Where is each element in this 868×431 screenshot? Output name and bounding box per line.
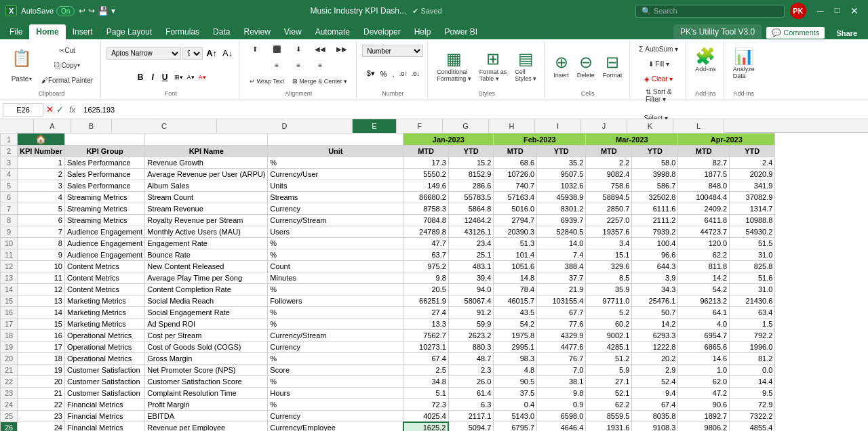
home-icon-cell[interactable]: 🏠	[18, 134, 65, 146]
cell[interactable]: 60.2	[586, 319, 632, 330]
cell[interactable]: Hours	[268, 388, 403, 399]
cell[interactable]: 4025.4	[403, 411, 449, 422]
addins-btn[interactable]: 🧩 Add-ins	[692, 45, 719, 75]
cell[interactable]: Cost of Goods Sold (COGS)	[145, 342, 268, 353]
row-num[interactable]: 18	[1, 330, 18, 342]
cell[interactable]: 44723.7	[678, 226, 730, 238]
formula-input[interactable]: 1625.193	[81, 106, 865, 114]
row-num[interactable]: 7	[1, 203, 18, 215]
border-button[interactable]: ⊞▾	[174, 74, 183, 81]
cell[interactable]: Financial Metrics	[64, 422, 144, 432]
cell[interactable]: 62.2	[586, 399, 632, 411]
cell[interactable]: 59.9	[448, 319, 494, 330]
cell[interactable]: 16	[18, 330, 65, 342]
cell[interactable]: 1222.8	[632, 342, 678, 353]
row-num[interactable]: 4	[1, 169, 18, 180]
cell[interactable]: 1314.7	[730, 203, 775, 215]
cell[interactable]: Customer Satisfaction	[64, 365, 144, 376]
cell[interactable]: 35.2	[537, 157, 586, 169]
cell[interactable]: 4	[18, 192, 65, 203]
cell[interactable]: Sales Performance	[64, 180, 144, 192]
redo-icon[interactable]: ↪	[88, 6, 95, 16]
cell[interactable]: 15	[18, 319, 65, 330]
autosum-btn[interactable]: Σ AutoSum ▾	[635, 42, 682, 56]
cell[interactable]: 54.2	[678, 284, 730, 295]
cell[interactable]: 12	[18, 284, 65, 295]
cell[interactable]: 64.1	[678, 307, 730, 319]
cell[interactable]: 811.8	[678, 261, 730, 272]
cell[interactable]: 5864.8	[448, 203, 494, 215]
merge-center-btn[interactable]: ⊠ Merge & Center ▾	[289, 75, 351, 88]
cell[interactable]: %	[268, 249, 403, 261]
cell[interactable]: 9108.3	[632, 422, 678, 432]
tab-data[interactable]: Data	[206, 24, 237, 39]
formula-enter-icon[interactable]: ✓	[56, 104, 64, 115]
cell[interactable]: 644.3	[632, 261, 678, 272]
cell[interactable]: 23	[18, 411, 65, 422]
row-num[interactable]: 6	[1, 192, 18, 203]
cell[interactable]: %	[268, 353, 403, 365]
cell[interactable]: Net Promoter Score (NPS)	[145, 365, 268, 376]
cell[interactable]: 4855.4	[730, 422, 775, 432]
cell[interactable]: Operational Metrics	[64, 342, 144, 353]
cell[interactable]: Marketing Metrics	[64, 319, 144, 330]
cell[interactable]: 3.4	[586, 238, 632, 249]
cell[interactable]: Currency/User	[268, 169, 403, 180]
maximize-btn[interactable]: □	[831, 5, 844, 16]
cell[interactable]: Content Metrics	[64, 272, 144, 284]
cell[interactable]: 10273.1	[403, 342, 449, 353]
cell-b1[interactable]	[64, 134, 144, 146]
cell[interactable]: 62.0	[678, 376, 730, 388]
percent-btn[interactable]: %	[378, 69, 389, 79]
align-right-btn[interactable]: ≡	[310, 59, 330, 73]
cell[interactable]: 1051.6	[494, 261, 537, 272]
cell[interactable]: 4329.9	[537, 330, 586, 342]
cell[interactable]: 6865.6	[678, 342, 730, 353]
cell[interactable]: 2111.2	[632, 215, 678, 226]
cell[interactable]: 20.2	[632, 353, 678, 365]
cell[interactable]: Count	[268, 261, 403, 272]
cell[interactable]: Social Media Reach	[145, 295, 268, 307]
cell[interactable]: 63.4	[730, 307, 775, 319]
cell[interactable]: 5094.7	[448, 422, 494, 432]
cell[interactable]: 51.6	[730, 272, 775, 284]
cell[interactable]: 67.4	[403, 353, 449, 365]
cell[interactable]: 5.1	[403, 388, 449, 399]
indent-decrease-btn[interactable]: ◀◀	[310, 43, 330, 56]
align-center-btn[interactable]: ≡	[288, 59, 309, 73]
cell[interactable]: Streaming Metrics	[64, 203, 144, 215]
cell[interactable]: 21	[18, 388, 65, 399]
fx-icon[interactable]: fx	[69, 105, 75, 115]
cell[interactable]: 50.7	[632, 307, 678, 319]
font-increase-btn[interactable]: A↑	[204, 47, 219, 59]
cell[interactable]: 286.6	[448, 180, 494, 192]
cell[interactable]: 329.6	[586, 261, 632, 272]
cell[interactable]: 9	[18, 249, 65, 261]
row-num-selected[interactable]: 26	[1, 422, 18, 432]
bold-button[interactable]: B	[134, 71, 147, 83]
cell[interactable]: 57163.4	[494, 192, 537, 203]
quick-save-icon[interactable]: 💾	[98, 6, 108, 16]
cell[interactable]: 15.1	[586, 249, 632, 261]
cell[interactable]: 6598.0	[537, 411, 586, 422]
row-num[interactable]: 22	[1, 376, 18, 388]
cell[interactable]: 45938.9	[537, 192, 586, 203]
cell[interactable]: 25.1	[448, 249, 494, 261]
cell[interactable]: 6954.7	[678, 330, 730, 342]
cell[interactable]: 4285.1	[586, 342, 632, 353]
col-header-b[interactable]: B	[71, 119, 112, 133]
cell[interactable]: 2.3	[448, 365, 494, 376]
cell[interactable]: 341.9	[730, 180, 775, 192]
row-num[interactable]: 19	[1, 342, 18, 353]
cell[interactable]: 54.2	[494, 319, 537, 330]
cell[interactable]: 8301.2	[537, 203, 586, 215]
cell[interactable]: 758.6	[586, 180, 632, 192]
cell[interactable]: Currency	[268, 411, 403, 422]
cell[interactable]: 1032.6	[537, 180, 586, 192]
cell[interactable]: 7939.2	[632, 226, 678, 238]
cut-button[interactable]: ✂ Cut	[38, 44, 96, 58]
cell[interactable]: 14.4	[730, 376, 775, 388]
cell[interactable]: 82.7	[678, 157, 730, 169]
cell[interactable]: Album Sales	[145, 180, 268, 192]
cell[interactable]: Currency	[268, 203, 403, 215]
